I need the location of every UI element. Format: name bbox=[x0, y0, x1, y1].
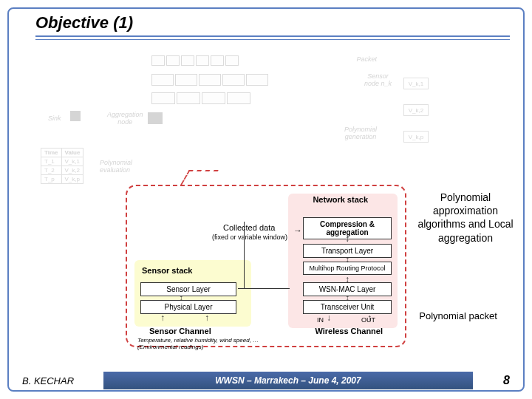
environmental-readings-label: Temperature, relative humidity, wind spe… bbox=[137, 337, 259, 350]
annotation-polynomial-approx: Polynomial approximation algorithms and … bbox=[417, 191, 514, 245]
up-arrow-icon: ↑ bbox=[160, 313, 165, 322]
collected-data-label: Collected data bbox=[223, 223, 275, 232]
sensor-channel-label: Sensor Channel bbox=[149, 327, 211, 335]
faded-th-value: Value bbox=[61, 149, 83, 157]
bidir-arrow-icon: ↕ bbox=[345, 234, 349, 243]
bidir-arrow-icon: ↕ bbox=[345, 293, 349, 302]
faded-td: V_k,p bbox=[61, 175, 83, 184]
faded-sensor-node-label: Sensor node n_k bbox=[364, 72, 392, 87]
footer: B. KECHAR WWSN – Marrakech – June 4, 200… bbox=[7, 369, 525, 392]
faded-td: T_2 bbox=[41, 166, 62, 175]
faded-sink-label: Sink bbox=[48, 115, 61, 122]
faded-v2: V_k,2 bbox=[403, 104, 429, 116]
faded-packet-label: Packet bbox=[356, 55, 377, 63]
title-area: Objective (1) bbox=[35, 13, 510, 37]
bidir-arrow-icon: ↕ bbox=[179, 293, 183, 302]
footer-author: B. KECHAR bbox=[7, 375, 103, 386]
bidir-arrow-icon: ↕ bbox=[345, 255, 349, 264]
faded-aggregation-label: Aggregation node bbox=[107, 111, 143, 126]
in-label: IN bbox=[317, 316, 324, 324]
physical-layer: Physical Layer bbox=[140, 300, 236, 314]
up-arrow-icon: ↑ bbox=[205, 313, 209, 322]
down-arrow-icon: ↓ bbox=[327, 313, 331, 322]
connector-line bbox=[238, 288, 290, 289]
right-arrow-icon: → bbox=[293, 226, 302, 235]
faded-td: T_1 bbox=[41, 157, 62, 166]
connector-line bbox=[244, 222, 245, 288]
sensor-stack-label: Sensor stack bbox=[142, 266, 192, 275]
sensor-layer: Sensor Layer bbox=[140, 282, 236, 296]
footer-center: WWSN – Marrakech – June 4, 2007 bbox=[103, 372, 473, 389]
annotation-polynomial-packet: Polynomial packet bbox=[406, 310, 510, 323]
faded-v1: V_k,1 bbox=[403, 78, 429, 89]
faded-polygen-label: Polynomial generation bbox=[344, 126, 377, 140]
up-arrow-icon: ↑ bbox=[367, 313, 372, 322]
collected-data-sub: (fixed or variable window) bbox=[212, 233, 287, 241]
faded-td: V_k,1 bbox=[61, 157, 83, 166]
faded-td: T_p bbox=[41, 175, 62, 184]
faded-th-time: Time bbox=[41, 149, 62, 157]
wireless-channel-label: Wireless Channel bbox=[315, 327, 383, 335]
bidir-arrow-icon: ↕ bbox=[345, 275, 349, 284]
faded-polyeval-label: Polynomial evaluation bbox=[100, 159, 132, 174]
faded-diagram: Packet Sensor node n_k Sink Aggregation … bbox=[41, 52, 421, 192]
faded-vp: V_k,p bbox=[403, 131, 429, 143]
callout-box: Network stack Collected data (fixed or v… bbox=[126, 185, 406, 347]
faded-table: TimeValue T_1V_k,1 T_2V_k,2 T_pV_k,p bbox=[41, 148, 83, 184]
footer-page-number: 8 bbox=[473, 374, 525, 387]
slide-title: Objective (1) bbox=[35, 13, 510, 33]
faded-td: V_k,2 bbox=[61, 166, 83, 175]
network-stack-label: Network stack bbox=[313, 195, 368, 204]
